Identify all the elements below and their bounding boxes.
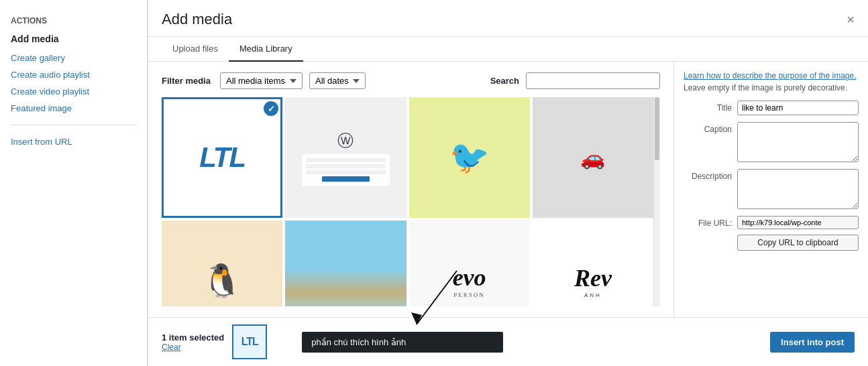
modal-header: Add media × (148, 0, 868, 37)
media-grid: LTL ✓ ⓦ (162, 97, 653, 306)
caption-field: Caption (684, 122, 859, 162)
file-url-field: File URL: http://k79.local/wp-conte (684, 216, 859, 229)
insert-into-post-button[interactable]: Insert into post (770, 332, 855, 353)
media-item-car[interactable]: 🚗 (533, 97, 653, 218)
title-field: Title (684, 101, 859, 115)
media-item-duck[interactable]: 🐦 (409, 97, 530, 218)
footer-selected-count: 1 item selected (162, 332, 224, 343)
modal-title: Add media (162, 11, 232, 28)
description-textarea[interactable] (737, 169, 859, 209)
description-field-label: Description (684, 169, 732, 181)
tab-media-library[interactable]: Media Library (229, 37, 303, 62)
sidebar-item-create-video-playlist[interactable]: Create video playlist (0, 83, 147, 100)
ltl-image: LTL (162, 97, 282, 218)
filter-media-label: Filter media (162, 76, 211, 86)
sidebar-item-create-audio-playlist[interactable]: Create audio playlist (0, 66, 147, 83)
media-item-rev[interactable]: Rev ÁNH (533, 221, 653, 306)
rev-text: Rev (574, 264, 612, 292)
description-field: Description (684, 169, 859, 209)
sidebar-divider (11, 125, 136, 125)
wp-field-2 (306, 164, 386, 168)
scrollbar-thumb (655, 97, 659, 160)
sidebar-item-featured-image[interactable]: Featured image (0, 100, 147, 117)
modal-tabs: Upload files Media Library (148, 37, 868, 62)
media-item-beach[interactable] (285, 221, 406, 306)
footer-thumb-text: LTL (233, 326, 266, 358)
media-grid-wrapper: LTL ✓ ⓦ (162, 97, 653, 306)
sidebar: Actions Add media Create gallery Create … (0, 0, 148, 366)
detail-description-text: Learn how to describe the purpose of the… (684, 70, 859, 94)
detail-panel: Learn how to describe the purpose of the… (673, 62, 868, 317)
add-media-modal: Add media × Upload files Media Library F… (148, 0, 868, 366)
car-image: 🚗 (533, 97, 653, 218)
sidebar-add-media-heading: Add media (0, 28, 147, 50)
wp-logo-icon: ⓦ (337, 130, 354, 151)
sidebar-item-create-gallery[interactable]: Create gallery (0, 50, 147, 66)
beach-image (285, 221, 406, 306)
caption-display-text: phần chú thích hình ảnh (302, 332, 503, 353)
media-item-revo[interactable]: evo PERSON (409, 221, 530, 306)
media-grid-scrollbar[interactable] (653, 97, 660, 306)
title-input[interactable] (737, 101, 859, 115)
actions-label: Actions (0, 11, 147, 28)
caption-textarea[interactable] (737, 122, 859, 162)
footer-selected-info: 1 item selected Clear (162, 332, 224, 352)
modal-footer: 1 item selected Clear LTL phần chú thích… (148, 317, 868, 366)
duck-image: 🐦 (409, 97, 530, 218)
media-item-wp-login[interactable]: ⓦ (285, 97, 406, 218)
modal-body: Filter media All media items Images Audi… (148, 62, 868, 317)
duck2-image: 🐧 (162, 221, 282, 306)
wp-field-3 (306, 170, 386, 174)
media-area: Filter media All media items Images Audi… (148, 62, 673, 317)
file-url-label: File URL: (684, 216, 732, 228)
revo-image: evo PERSON (409, 221, 530, 306)
revo-sub: PERSON (453, 292, 485, 298)
media-type-select[interactable]: All media items Images Audio Video (220, 72, 303, 89)
footer-thumbnail: LTL (232, 324, 267, 359)
revo-text: evo (453, 263, 486, 292)
footer-clear-link[interactable]: Clear (162, 343, 224, 352)
description-link[interactable]: Learn how to describe the purpose of the… (684, 71, 857, 80)
filter-bar: Filter media All media items Images Audi… (162, 72, 660, 89)
search-input[interactable] (526, 72, 660, 89)
description-note: Leave empty if the image is purely decor… (684, 83, 847, 93)
footer-caption-box: phần chú thích hình ảnh (302, 332, 503, 353)
search-label: Search (490, 76, 519, 86)
modal-close-button[interactable]: × (847, 13, 855, 26)
tab-upload-files[interactable]: Upload files (162, 37, 229, 62)
copy-url-button[interactable]: Copy URL to clipboard (737, 235, 859, 251)
rev-sub: ÁNH (584, 292, 602, 298)
rev-image: Rev ÁNH (533, 221, 653, 306)
media-item-duck2[interactable]: 🐧 (162, 221, 282, 306)
date-select[interactable]: All dates 2024 2023 (309, 72, 366, 89)
sidebar-item-insert-from-url[interactable]: Insert from URL (0, 133, 147, 150)
title-label: Title (684, 101, 732, 113)
caption-label: Caption (684, 122, 732, 134)
media-item-ltl[interactable]: LTL ✓ (162, 97, 282, 218)
wp-field-1 (306, 158, 386, 162)
wp-form-mock (302, 154, 390, 186)
file-url-value: http://k79.local/wp-conte (737, 216, 859, 229)
wp-login-image: ⓦ (285, 97, 406, 218)
wp-btn-mock (322, 176, 370, 182)
